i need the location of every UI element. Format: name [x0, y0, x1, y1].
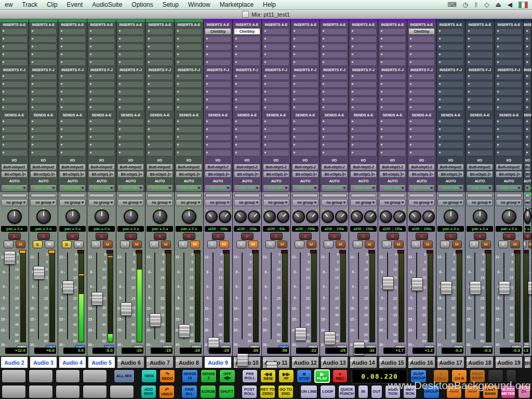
pan-knob-left[interactable]	[380, 210, 392, 223]
pan-value-display[interactable]: pan▸ 0 ◂	[437, 226, 464, 232]
send-slot[interactable]	[263, 118, 289, 125]
volume-value-display[interactable]: -22	[296, 348, 318, 354]
insert-slot[interactable]	[292, 73, 318, 80]
pan-value-display[interactable]: ◂100|92▸	[263, 226, 289, 232]
insert-slot[interactable]	[234, 51, 260, 58]
send-slot[interactable]	[147, 118, 173, 125]
softkey-blank[interactable]	[110, 385, 134, 398]
automation-mode-button[interactable]: auto read	[176, 184, 202, 192]
insert-slot[interactable]	[263, 89, 289, 96]
pan-knob[interactable]	[36, 209, 51, 224]
mute-button[interactable]: M	[423, 241, 433, 248]
insert-slot[interactable]	[525, 81, 530, 88]
insert-slot[interactable]	[525, 36, 530, 43]
pan-knob-left[interactable]	[263, 210, 276, 223]
send-slot[interactable]	[30, 126, 57, 133]
menu-item-window[interactable]: Window	[183, 1, 215, 8]
group-selector-button[interactable]: no group	[59, 199, 86, 206]
automation-mode-button[interactable]: auto read	[408, 184, 435, 192]
send-slot[interactable]	[321, 142, 348, 149]
solo-button[interactable]: S	[324, 241, 334, 248]
insert-slot[interactable]	[263, 28, 289, 35]
insert-slot[interactable]	[379, 28, 406, 35]
send-slot[interactable]	[59, 126, 86, 133]
insert-slot[interactable]	[467, 59, 493, 66]
insert-slot[interactable]	[147, 51, 173, 58]
insert-slot[interactable]	[1, 104, 28, 111]
hi-res-meter-button[interactable]: HI-RESMETER	[501, 385, 515, 398]
window-title-bar[interactable]: Mix: pt11_test1	[0, 10, 532, 19]
pan-knob-right[interactable]	[393, 210, 406, 223]
group-selector-button[interactable]: no group	[437, 199, 464, 206]
send-slot[interactable]	[379, 142, 406, 149]
insert-slot[interactable]	[176, 81, 202, 88]
insert-slot[interactable]	[59, 81, 86, 88]
insert-slot[interactable]	[379, 51, 406, 58]
send-slot[interactable]	[496, 150, 522, 156]
solo-button[interactable]: S	[120, 241, 130, 248]
pan-value-display[interactable]: ◂100|100▸	[350, 226, 377, 232]
solo-button[interactable]: S	[62, 241, 72, 248]
input-path-button[interactable]: Built-inInput1	[496, 164, 522, 170]
insert-slot[interactable]	[437, 73, 464, 80]
volume-fader-knob[interactable]	[150, 313, 161, 327]
mute-button[interactable]: M	[394, 241, 404, 248]
send-slot[interactable]	[408, 142, 435, 149]
send-slot[interactable]	[467, 142, 493, 149]
insert-slot[interactable]	[350, 97, 377, 103]
insert-slot[interactable]	[234, 59, 260, 66]
insert-slot[interactable]	[379, 81, 406, 88]
pan-value-display[interactable]: pan▸ 0 ◂	[59, 226, 86, 232]
solo-button[interactable]: S	[524, 241, 526, 248]
insert-slot[interactable]	[147, 36, 173, 43]
insert-slot[interactable]	[30, 81, 57, 88]
send-slot[interactable]	[496, 118, 522, 125]
record-button[interactable]: ●REC	[332, 369, 348, 383]
insert-slot[interactable]	[234, 73, 260, 80]
mute-button[interactable]: M	[452, 241, 462, 248]
insert-slot[interactable]	[147, 73, 173, 80]
send-slot[interactable]	[437, 142, 464, 149]
pan-knob-left[interactable]	[292, 210, 305, 223]
send-slot[interactable]	[176, 150, 202, 156]
display-icon[interactable]: ⌨	[447, 1, 456, 8]
group-selector-button[interactable]: no group	[88, 199, 115, 206]
dt-button[interactable]: DT	[518, 385, 530, 398]
pan-knob-right[interactable]	[422, 210, 435, 223]
insert-slot[interactable]	[30, 28, 57, 35]
insert-slot[interactable]	[350, 59, 377, 66]
insert-slot[interactable]	[88, 97, 115, 103]
insert-slot[interactable]	[147, 97, 173, 103]
insert-slot[interactable]	[437, 97, 464, 103]
insert-slot[interactable]	[147, 59, 173, 66]
menu-item-audiosuite[interactable]: AudioSuite	[87, 1, 127, 8]
input-path-button[interactable]: Built-inInput2	[147, 164, 173, 170]
volume-value-display[interactable]: -25	[325, 348, 347, 354]
loop-button[interactable]: LOOP	[320, 385, 336, 398]
mute-button[interactable]: M	[16, 241, 25, 248]
send-slot[interactable]	[59, 118, 86, 125]
insert-slot[interactable]	[467, 51, 493, 58]
insert-slot[interactable]	[350, 36, 377, 43]
insert-slot[interactable]	[525, 51, 530, 58]
volume-value-display[interactable]: +12.0	[5, 348, 27, 354]
send-slot[interactable]	[88, 150, 115, 156]
bank-left-button[interactable]: <<<<	[446, 385, 462, 398]
pan-knob[interactable]	[473, 209, 487, 224]
insert-slot[interactable]	[88, 89, 115, 96]
insert-slot[interactable]	[117, 51, 144, 58]
send-slot[interactable]	[292, 118, 318, 125]
send-slot[interactable]	[525, 142, 530, 149]
send-slot[interactable]	[292, 142, 318, 149]
pan-value-display[interactable]: pan▸ 0 ◂	[117, 226, 144, 232]
insert-slot[interactable]	[292, 81, 318, 88]
send-slot[interactable]	[525, 150, 530, 156]
send-slot[interactable]	[408, 126, 435, 133]
insert-slot[interactable]	[467, 44, 493, 50]
insert-slot[interactable]	[59, 73, 86, 80]
send-slot[interactable]	[292, 134, 318, 141]
insert-slot[interactable]	[205, 97, 231, 103]
pan-knob-left[interactable]	[234, 210, 247, 223]
insert-slot[interactable]	[88, 59, 115, 66]
output-path-button[interactable]: Blt-nOtpt1-2+	[321, 171, 348, 178]
